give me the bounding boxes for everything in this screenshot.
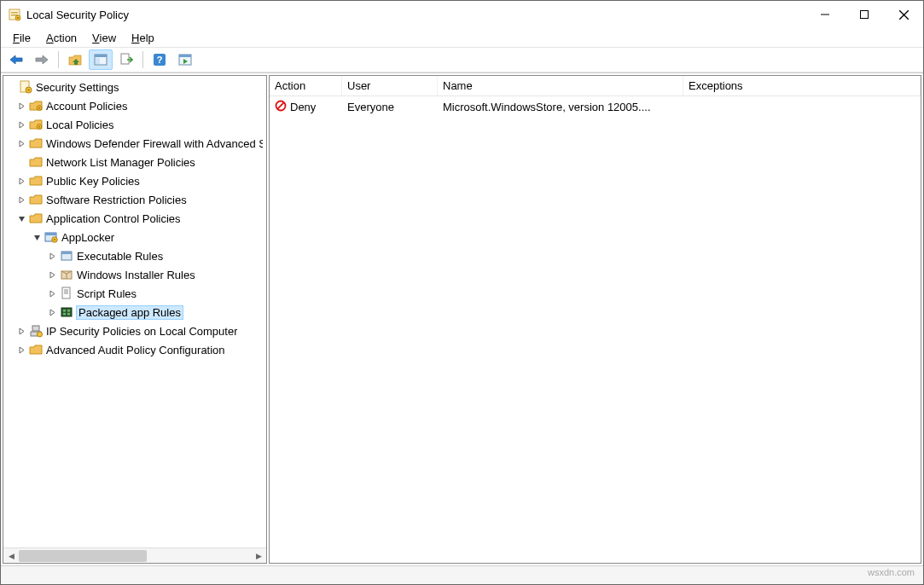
- back-button[interactable]: [4, 49, 28, 70]
- properties-button[interactable]: [173, 49, 197, 70]
- node-label: Application Control Policies: [46, 212, 181, 225]
- tree-applocker[interactable]: AppLocker: [3, 228, 266, 246]
- expander-icon[interactable]: [15, 100, 27, 112]
- tree-application-control-policies[interactable]: Application Control Policies: [3, 209, 266, 228]
- node-label: Windows Installer Rules: [77, 269, 195, 281]
- list-header: Action User Name Exceptions: [270, 76, 921, 96]
- window-controls: [805, 1, 923, 28]
- expander-icon[interactable]: [15, 119, 27, 130]
- tree-windows-defender-firewall[interactable]: Windows Defender Firewall with Advanced …: [3, 134, 266, 153]
- list-row[interactable]: Deny Everyone Microsoft.WindowsStore, ve…: [270, 96, 921, 117]
- tree-advanced-audit-policy[interactable]: Advanced Audit Policy Configuration: [3, 340, 266, 359]
- expander-icon[interactable]: [46, 250, 58, 262]
- column-action[interactable]: Action: [270, 76, 342, 96]
- folder-lock-icon: [29, 118, 43, 131]
- expander-icon[interactable]: [46, 269, 58, 281]
- tree-horizontal-scrollbar[interactable]: ◀ ▶: [3, 547, 266, 563]
- up-button[interactable]: [63, 49, 87, 70]
- tree-network-list-manager[interactable]: ▶ Network List Manager Policies: [3, 153, 266, 171]
- expander-icon[interactable]: [15, 344, 27, 356]
- node-label: Executable Rules: [77, 250, 163, 263]
- node-label: Network List Manager Policies: [46, 156, 195, 169]
- toolbar: ?: [1, 47, 923, 72]
- watermark: wsxdn.com: [868, 567, 915, 577]
- tree-ip-security-policies[interactable]: IP Security Policies on Local Computer: [3, 321, 266, 340]
- deny-icon: [275, 100, 287, 114]
- tree-software-restriction-policies[interactable]: Software Restriction Policies: [3, 190, 266, 209]
- expander-icon[interactable]: [15, 194, 27, 206]
- tree-public-key-policies[interactable]: Public Key Policies: [3, 171, 266, 190]
- column-user[interactable]: User: [342, 76, 438, 96]
- tree-account-policies[interactable]: Account Policies: [3, 96, 266, 115]
- scroll-left-arrow[interactable]: ◀: [3, 548, 19, 564]
- tree-executable-rules[interactable]: Executable Rules: [3, 246, 266, 265]
- packaged-app-rules-icon: [60, 305, 73, 319]
- folder-icon: [29, 193, 43, 206]
- node-label: Public Key Policies: [46, 175, 140, 188]
- svg-rect-6: [861, 11, 869, 19]
- folder-lock-icon: [29, 99, 43, 113]
- tree-root-security-settings[interactable]: ▶ Security Settings: [3, 78, 266, 96]
- toolbar-separator: [58, 51, 59, 68]
- svg-rect-35: [61, 308, 72, 316]
- menu-file[interactable]: File: [6, 30, 38, 46]
- node-label: Security Settings: [36, 81, 119, 94]
- folder-icon: [29, 211, 43, 225]
- node-label: Windows Defender Firewall with Advanced …: [46, 137, 263, 150]
- column-label: Exceptions: [689, 79, 743, 92]
- tree-pane: ▶ Security Settings Account Policies: [3, 75, 267, 564]
- forward-button[interactable]: [30, 49, 54, 70]
- menu-action[interactable]: Action: [39, 30, 84, 46]
- show-hide-tree-button[interactable]: [89, 49, 113, 70]
- expander-icon[interactable]: [15, 325, 27, 337]
- svg-text:?: ?: [157, 55, 163, 65]
- expander-icon[interactable]: [46, 306, 58, 318]
- cell-action: Deny: [270, 100, 342, 114]
- svg-line-44: [277, 102, 284, 109]
- column-exceptions[interactable]: Exceptions: [683, 76, 921, 96]
- menu-view[interactable]: View: [85, 30, 123, 46]
- content-area: ▶ Security Settings Account Policies: [1, 72, 923, 565]
- scroll-track[interactable]: [19, 548, 251, 564]
- tree-local-policies[interactable]: Local Policies: [3, 115, 266, 134]
- app-window: Local Security Policy File Action View H…: [0, 0, 924, 585]
- cell-text: Everyone: [347, 101, 394, 113]
- expander-collapse-icon[interactable]: [31, 231, 43, 243]
- tree-script-rules[interactable]: Script Rules: [3, 284, 266, 303]
- menubar: File Action View Help: [1, 28, 923, 47]
- svg-rect-12: [121, 54, 129, 64]
- minimize-button[interactable]: [805, 1, 845, 28]
- menu-help[interactable]: Help: [125, 30, 161, 46]
- tree-windows-installer-rules[interactable]: Windows Installer Rules: [3, 265, 266, 284]
- node-label: Software Restriction Policies: [46, 194, 187, 206]
- tree-packaged-app-rules[interactable]: Packaged app Rules: [3, 303, 266, 321]
- maximize-button[interactable]: [845, 1, 884, 28]
- expander-icon[interactable]: [46, 287, 58, 299]
- node-label: Packaged app Rules: [77, 306, 183, 319]
- expander-icon[interactable]: [15, 137, 27, 149]
- expander-icon[interactable]: [15, 175, 27, 187]
- tree[interactable]: ▶ Security Settings Account Policies: [3, 76, 266, 547]
- export-list-button[interactable]: [114, 49, 138, 70]
- column-name[interactable]: Name: [438, 76, 683, 96]
- column-label: Name: [443, 79, 473, 92]
- svg-rect-39: [67, 313, 70, 316]
- svg-rect-21: [38, 107, 40, 109]
- scroll-right-arrow[interactable]: ▶: [251, 548, 266, 564]
- window-title: Local Security Policy: [26, 9, 129, 21]
- node-label: Advanced Audit Policy Configuration: [46, 344, 225, 356]
- folder-icon: [29, 155, 43, 169]
- help-button[interactable]: ?: [148, 49, 171, 70]
- list-pane: Action User Name Exceptions Deny Everyon…: [269, 75, 921, 564]
- node-label: AppLocker: [61, 231, 114, 244]
- exe-rules-icon: [60, 249, 73, 263]
- svg-rect-1: [11, 12, 18, 14]
- column-label: User: [347, 79, 370, 92]
- applocker-icon: [44, 230, 58, 244]
- cell-name: Microsoft.WindowsStore, version 12005...…: [438, 101, 683, 113]
- svg-rect-25: [45, 233, 56, 235]
- scroll-thumb[interactable]: [19, 550, 147, 562]
- expander-collapse-icon[interactable]: [15, 212, 27, 224]
- close-button[interactable]: [884, 1, 923, 28]
- ipsec-icon: [29, 324, 43, 338]
